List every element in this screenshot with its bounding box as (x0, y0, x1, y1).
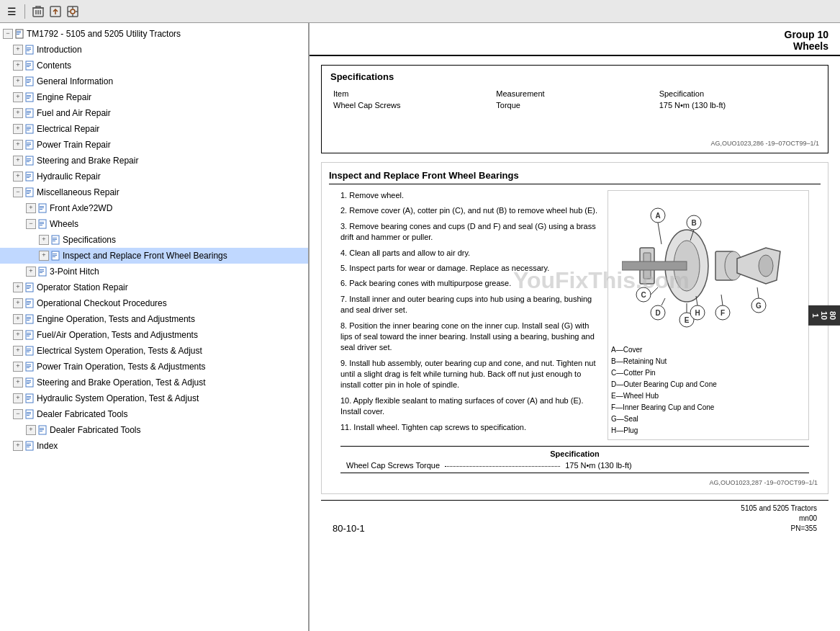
expander-dealer_tools[interactable]: − (13, 409, 23, 419)
spec-col-measurement: Measurement (493, 88, 656, 99)
tree-item-hydraulic[interactable]: + Hydraulic Repair (0, 169, 308, 184)
expander-engine_ops[interactable]: + (13, 314, 23, 324)
tree-item-fuel_ops[interactable]: + Fuel/Air Operation, Tests and Adjustme… (0, 327, 308, 343)
expander-electrical[interactable]: + (13, 124, 23, 134)
tree-item-hydraulic_ops[interactable]: + Hydraulic System Operation, Test & Adj… (0, 390, 308, 406)
svg-rect-111 (27, 413, 31, 414)
tree-item-general[interactable]: + General Information (0, 73, 308, 89)
svg-rect-34 (27, 111, 31, 112)
menu-icon[interactable]: ☰ (4, 4, 19, 19)
page-icon-index (24, 441, 35, 451)
tree-item-powertrain[interactable]: + Power Train Repair (0, 137, 308, 153)
expander-wheels[interactable]: − (26, 219, 36, 229)
expander-powertrain_ops[interactable]: + (13, 362, 23, 372)
page-footer: 80-10-1 5105 and 5205 Tractors mn00 PN=3… (321, 500, 828, 537)
side-tab-line: 10 (820, 311, 828, 320)
label-engine_ops: Engine Operation, Tests and Adjustments (37, 313, 195, 326)
svg-text:H: H (695, 309, 700, 317)
side-tab: 80101 (808, 305, 840, 326)
svg-rect-80 (27, 288, 30, 289)
tree-root[interactable]: − TM1792 - 5105 and 5205 Utility Tractor… (0, 26, 308, 42)
tree-item-dealer_tools_child[interactable]: + Dealer Fabricated Tools (0, 422, 308, 438)
tree-item-contents[interactable]: + Contents (0, 58, 308, 73)
expander-powertrain[interactable]: + (13, 140, 23, 150)
spec-col-item: Item (330, 88, 493, 99)
page-icon-operator (24, 282, 35, 292)
spec-row: Wheel Cap ScrewsTorque175 N•m (130 lb-ft… (330, 99, 819, 111)
tree-item-fuel[interactable]: + Fuel and Air Repair (0, 105, 308, 121)
expander-three_point[interactable]: + (26, 267, 36, 277)
tree-item-electrical_ops[interactable]: + Electrical System Operation, Tests & A… (0, 343, 308, 359)
page-icon-misc (24, 187, 35, 197)
tree-item-steering[interactable]: + Steering and Brake Repair (0, 153, 308, 169)
step-item: 9. Install hub assembly, outer bearing c… (340, 358, 599, 391)
label-electrical_ops: Electrical System Operation, Tests & Adj… (37, 344, 202, 357)
svg-rect-91 (27, 334, 31, 335)
tree-item-engine_ops[interactable]: + Engine Operation, Tests and Adjustment… (0, 311, 308, 327)
expander-intro[interactable]: + (13, 45, 23, 55)
expander-fuel_ops[interactable]: + (13, 330, 23, 340)
expander-hydraulic_ops[interactable]: + (13, 393, 23, 403)
tree-item-intro[interactable]: + Introduction (0, 42, 308, 58)
expander-steering_ops[interactable]: + (13, 377, 23, 388)
expander-inspect_replace[interactable]: + (39, 251, 49, 261)
tree-item-steering_ops[interactable]: + Steering and Brake Operation, Test & A… (0, 375, 308, 390)
svg-rect-46 (27, 158, 31, 159)
svg-rect-100 (27, 367, 30, 368)
expander-dealer_tools_child[interactable]: + (26, 425, 36, 435)
spec-box: Specifications Item Measurement Specific… (321, 65, 828, 153)
svg-rect-63 (40, 223, 44, 224)
tree-item-electrical[interactable]: + Electrical Repair (0, 121, 308, 137)
svg-rect-114 (40, 428, 44, 429)
spec-footer-ref: AG,OUO1023,286 -19–07OCT99–1/1 (330, 140, 819, 147)
expander-fuel[interactable]: + (13, 108, 23, 118)
expander-specifications[interactable]: + (39, 235, 49, 245)
page-icon-contents (24, 61, 35, 71)
tree-panel[interactable]: − TM1792 - 5105 and 5205 Utility Tractor… (0, 23, 310, 631)
svg-rect-66 (53, 238, 57, 238)
page-icon-steering_ops (24, 377, 35, 388)
tree-item-inspect_replace[interactable]: + Inspect and Replace Front Wheel Bearin… (0, 248, 308, 264)
tree-item-index[interactable]: + Index (0, 438, 308, 454)
tree-item-operational_checkout[interactable]: + Operational Checkout Procedures (0, 295, 308, 311)
root-icon (14, 29, 24, 39)
page-icon-specifications (50, 235, 60, 245)
tree-item-specifications[interactable]: + Specifications (0, 232, 308, 248)
settings-icon[interactable] (66, 4, 80, 19)
expander-electrical_ops[interactable]: + (13, 346, 23, 356)
svg-rect-95 (27, 350, 31, 351)
tree-item-engine[interactable]: + Engine Repair (0, 89, 308, 105)
page-icon-powertrain_ops (24, 362, 35, 372)
svg-rect-103 (27, 382, 31, 382)
expander-contents[interactable]: + (13, 61, 23, 71)
content-columns: 1. Remove wheel.2. Remove cover (A), cot… (340, 190, 809, 440)
export-icon[interactable] (48, 4, 63, 19)
label-specifications: Specifications (63, 233, 116, 246)
tree-item-front_axle[interactable]: + Front Axle?2WD (0, 200, 308, 216)
tree-item-dealer_tools[interactable]: − Dealer Fabricated Tools (0, 406, 308, 422)
expander-hydraulic[interactable]: + (13, 171, 23, 182)
step-item: 11. Install wheel. Tighten cap screws to… (340, 422, 599, 433)
expander-steering[interactable]: + (13, 156, 23, 166)
label-misc: Miscellaneous Repair (37, 186, 119, 199)
tree-item-powertrain_ops[interactable]: + Power Train Operation, Tests & Adjustm… (0, 359, 308, 375)
root-expander[interactable]: − (3, 29, 13, 39)
page-icon-engine_ops (24, 314, 35, 324)
svg-rect-54 (27, 190, 31, 191)
expander-misc[interactable]: − (13, 187, 23, 197)
delete-icon[interactable] (31, 4, 45, 19)
expander-engine[interactable]: + (13, 92, 23, 102)
content-panel[interactable]: YouFixThis.com Group 10 Wheels Specifica… (310, 23, 840, 631)
tree-item-misc[interactable]: − Miscellaneous Repair (0, 184, 308, 200)
label-wheels: Wheels (50, 218, 78, 231)
expander-index[interactable]: + (13, 441, 23, 451)
expander-operational_checkout[interactable]: + (13, 298, 23, 308)
svg-rect-86 (27, 317, 31, 318)
tree-item-three_point[interactable]: + 3-Point Hitch (0, 264, 308, 279)
expander-front_axle[interactable]: + (26, 203, 36, 213)
expander-general[interactable]: + (13, 76, 23, 86)
tree-item-wheels[interactable]: − Wheels (0, 216, 308, 232)
tree-item-operator[interactable]: + Operator Station Repair (0, 279, 308, 295)
label-contents: Contents (37, 59, 71, 72)
expander-operator[interactable]: + (13, 282, 23, 292)
